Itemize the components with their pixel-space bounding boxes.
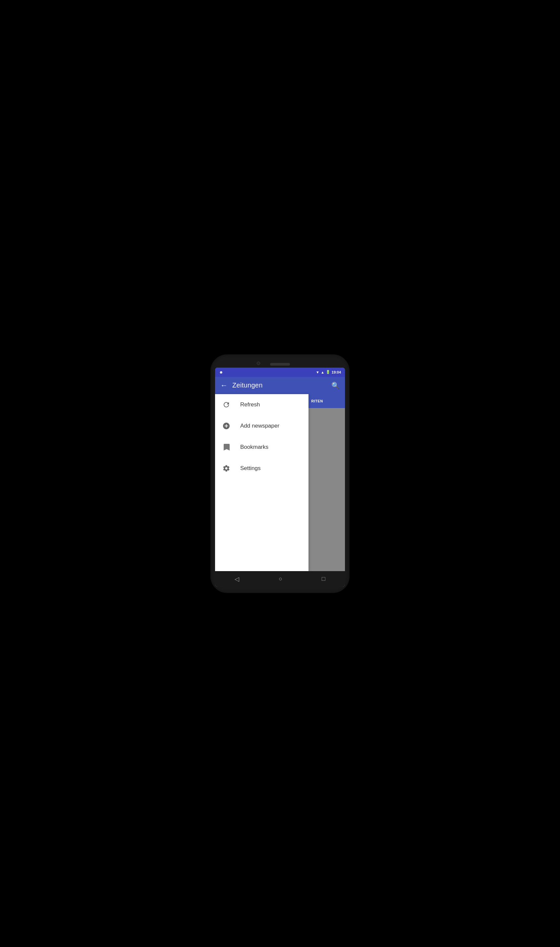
sidebar-area: RITEN bbox=[309, 394, 345, 571]
settings-label: Settings bbox=[240, 465, 260, 472]
time-display: 19:04 bbox=[332, 370, 341, 374]
recents-nav-button[interactable]: □ bbox=[315, 573, 332, 585]
menu-item-refresh[interactable]: Refresh bbox=[215, 394, 309, 415]
bookmark-icon bbox=[222, 442, 231, 452]
back-nav-button[interactable]: ◁ bbox=[228, 573, 246, 585]
tab-label: RITEN bbox=[309, 399, 326, 403]
phone-screen: ☻ ▼ ▲ 🔋 19:04 ← Zeitungen 🔍 bbox=[215, 368, 345, 587]
menu-item-settings[interactable]: Settings bbox=[215, 458, 309, 479]
add-icon bbox=[222, 421, 231, 431]
nav-bar: ◁ ○ □ bbox=[215, 571, 345, 587]
content-area: Refresh Add newspaper bbox=[215, 394, 345, 571]
bookmarks-label: Bookmarks bbox=[240, 444, 268, 450]
refresh-icon bbox=[222, 400, 231, 410]
dropdown-menu: Refresh Add newspaper bbox=[215, 394, 309, 571]
phone-device: ☻ ▼ ▲ 🔋 19:04 ← Zeitungen 🔍 bbox=[211, 354, 349, 593]
signal-icon: ▲ bbox=[321, 370, 325, 374]
battery-icon: 🔋 bbox=[326, 370, 330, 374]
menu-item-bookmarks[interactable]: Bookmarks bbox=[215, 437, 309, 458]
settings-icon bbox=[222, 464, 231, 473]
home-nav-button[interactable]: ○ bbox=[272, 573, 289, 585]
app-title: Zeitungen bbox=[232, 382, 263, 389]
android-icon: ☻ bbox=[219, 370, 223, 374]
status-bar: ☻ ▼ ▲ 🔋 19:04 bbox=[215, 368, 345, 377]
speaker bbox=[270, 363, 290, 366]
refresh-label: Refresh bbox=[240, 401, 260, 408]
wifi-icon: ▼ bbox=[316, 370, 319, 374]
camera bbox=[257, 362, 260, 365]
add-newspaper-label: Add newspaper bbox=[240, 423, 279, 429]
tab-bar: RITEN bbox=[309, 394, 345, 408]
app-bar: ← Zeitungen 🔍 bbox=[215, 377, 345, 394]
search-button[interactable]: 🔍 bbox=[331, 382, 340, 390]
menu-item-add-newspaper[interactable]: Add newspaper bbox=[215, 415, 309, 437]
back-button[interactable]: ← bbox=[220, 381, 228, 390]
